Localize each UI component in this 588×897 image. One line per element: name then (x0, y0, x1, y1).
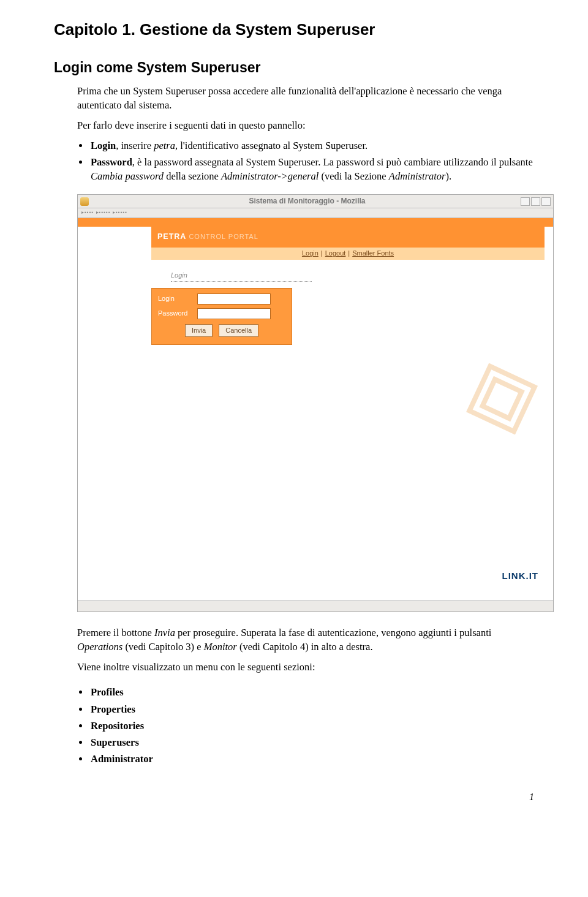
intro-paragraph-1: Prima che un System Superuser possa acce… (77, 84, 534, 112)
bullet-login: Login, inserire petra, l'identificativo … (89, 138, 534, 153)
background-watermark-icon (453, 353, 551, 451)
after-p1-ital3: Monitor (204, 641, 237, 653)
maximize-button[interactable] (531, 197, 540, 206)
portal-linkbar: Login | Logout | Smaller Fonts (151, 248, 545, 260)
login-label: Login (158, 294, 197, 303)
portal-header: PETRA CONTROL PORTAL (151, 227, 545, 248)
menu-item-repositories: Repositories (89, 719, 534, 733)
svg-rect-1 (483, 379, 522, 418)
cancella-button[interactable]: Cancella (219, 324, 258, 337)
after-p1-mid2: (vedi Capitolo 3) e (123, 641, 203, 653)
bullet-login-t2: , l'identificativo assegnato al System S… (175, 140, 368, 151)
window-titlebar: Sistema di Monitoraggio - Mozilla (78, 195, 553, 208)
menu-item-administrator: Administrator (89, 752, 534, 766)
bullet-password-t4: ). (445, 170, 451, 182)
window-controls (521, 197, 551, 206)
after-p1-ital2: Operations (77, 641, 123, 653)
after-p1-mid1: per proseguire. Superata la fase di aute… (175, 627, 491, 638)
link-logout[interactable]: Logout (325, 249, 346, 258)
menu-item-profiles: Profiles (89, 685, 534, 699)
bullet-password-ital1: Cambia password (91, 170, 164, 182)
after-p1-ital1: Invia (154, 627, 175, 638)
login-zone: Login Login Password Invia Cancella (151, 271, 312, 345)
bullet-password-bold: Password (91, 156, 132, 168)
bullet-password-t3: (vedi la Sezione (318, 170, 389, 182)
browser-statusbar (78, 600, 553, 611)
brand-subtitle: CONTROL PORTAL (189, 232, 258, 241)
bullet-password-ital3: Administrator (389, 170, 446, 182)
login-row: Login (158, 293, 285, 305)
bullet-password: Password, è la password assegnata al Sys… (89, 155, 534, 183)
svg-rect-0 (469, 366, 534, 431)
page-number: 1 (54, 790, 534, 804)
breadcrumb-underline (171, 281, 312, 282)
bullet-login-bold: Login (91, 140, 116, 151)
close-button[interactable] (541, 197, 551, 206)
bullet-password-t1: , è la password assegnata al System Supe… (132, 156, 533, 168)
browser-viewport: PETRA CONTROL PORTAL Login | Logout | Sm… (78, 218, 553, 600)
after-paragraph-2: Viene inoltre visualizzato un menu con l… (77, 660, 534, 674)
menu-item-superusers: Superusers (89, 735, 534, 749)
chapter-title: Capitolo 1. Gestione da System Superuser (54, 18, 534, 40)
brand-logo: PETRA (157, 232, 186, 243)
section-title: Login come System Superuser (54, 58, 534, 77)
login-bullets: Login, inserire petra, l'identificativo … (89, 138, 534, 183)
invia-button[interactable]: Invia (185, 324, 213, 337)
link-login[interactable]: Login (302, 249, 318, 258)
login-buttons: Invia Cancella (158, 324, 285, 337)
intro-paragraph-2: Per farlo deve inserire i seguenti dati … (77, 118, 534, 132)
window-title: Sistema di Monitoraggio - Mozilla (94, 196, 521, 206)
mozilla-icon (80, 197, 89, 206)
bullet-login-ital: petra (154, 140, 175, 151)
embedded-screenshot: Sistema di Monitoraggio - Mozilla ▸▪▪▪▪ … (77, 194, 554, 612)
password-input[interactable] (197, 308, 271, 319)
breadcrumb: Login (171, 271, 312, 280)
bullet-password-ital2: Administrator->general (221, 170, 318, 182)
password-label: Password (158, 309, 197, 318)
after-paragraph-1: Premere il bottone Invia per proseguire.… (77, 626, 534, 654)
menu-item-properties: Properties (89, 702, 534, 716)
login-input[interactable] (197, 293, 271, 305)
bullet-password-t2: della sezione (164, 170, 221, 182)
top-stripe (78, 218, 553, 227)
bullet-login-t1: , inserire (116, 140, 154, 151)
link-smaller-fonts[interactable]: Smaller Fonts (352, 249, 394, 258)
login-panel: Login Password Invia Cancella (151, 288, 292, 345)
after-p1-mid3: (vedi Capitolo 4) in alto a destra. (237, 641, 373, 653)
after-p1-pre: Premere il bottone (77, 627, 154, 638)
menu-sections-list: Profiles Properties Repositories Superus… (89, 685, 534, 765)
password-row: Password (158, 308, 285, 319)
minimize-button[interactable] (521, 197, 530, 206)
browser-toolbar: ▸▪▪▪▪ ▸▪▪▪▪▪ ▸▪▪▪▪▪ (78, 208, 553, 218)
linkit-logo: LINK.IT (502, 569, 539, 582)
